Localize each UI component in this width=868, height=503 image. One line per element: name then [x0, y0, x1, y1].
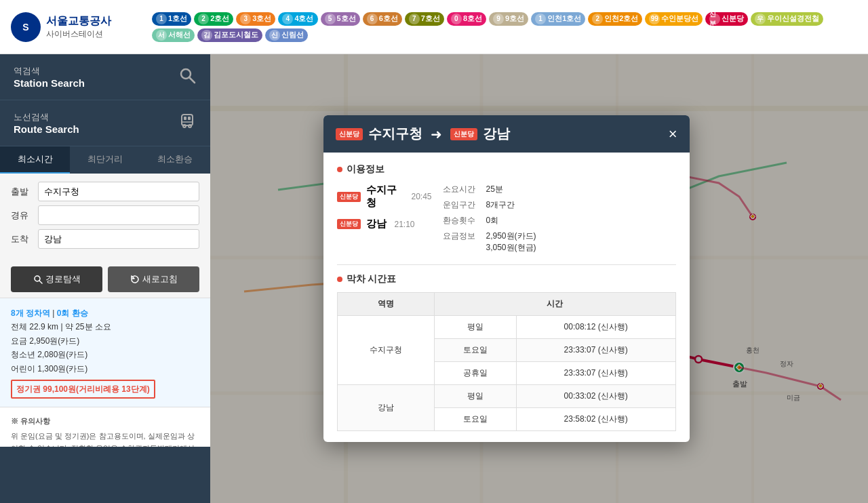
arrival-label: 도착: [11, 233, 33, 245]
arrow-icon: ➜: [431, 126, 442, 142]
line-badge-인천2호선[interactable]: 2인천2호선: [588, 12, 642, 26]
to-line-badge: 신분당: [450, 128, 477, 140]
info-grid: 신분당 수지구청 20:45 신분당 강남 21:10 소요시간 25분: [337, 184, 676, 254]
svg-rect-5: [184, 117, 186, 120]
sidebar-nav: 역검색 Station Search 노선검색 Route Search: [0, 54, 210, 146]
company-name: 서울교통공사 사이버스테이션: [46, 14, 111, 40]
via-label: 경유: [11, 209, 33, 222]
line-badge-1호선[interactable]: 11호선: [152, 12, 191, 26]
notice-area: ※ 유의사항 위 운임(요금 및 정기권)은 참고용도이며, 실제운임과 상이할…: [0, 407, 210, 447]
line-badge-5호선[interactable]: 55호선: [321, 12, 360, 26]
fare-section-value: 8개구간: [486, 199, 676, 211]
search-btn-icon: [33, 275, 43, 284]
line-tabs: 11호선22호선33호선44호선55호선66호선77호선08호선99호선1인천1…: [146, 12, 857, 42]
line-badge-6호선[interactable]: 66호선: [363, 12, 402, 26]
from-station-name: 수지구청: [368, 125, 422, 143]
departure-input[interactable]: [38, 182, 199, 201]
fare-label: 요금정보: [443, 230, 475, 242]
travel-time-label: 소요시간: [443, 184, 475, 195]
from-stn-name: 수지구청: [366, 184, 403, 209]
line-badge-신림선[interactable]: 신신림선: [265, 28, 308, 42]
to-stn-name: 강남: [366, 218, 387, 230]
arrival-row: 도착: [11, 229, 199, 249]
modal-header: 신분당 수지구청 ➜ 신분당 강남 ×: [323, 115, 690, 153]
route-tabs: 최소시간최단거리최소환승: [0, 146, 210, 174]
route-tab-2[interactable]: 최소환승: [140, 146, 210, 174]
route-tab-0[interactable]: 최소시간: [0, 146, 70, 174]
search-icon: [178, 66, 197, 89]
form-area: 출발 경유 도착: [0, 174, 210, 261]
header: S 서울교통공사 사이버스테이션 11호선22호선33호선44호선55호선66호…: [0, 0, 868, 54]
to-stn-time: 21:10: [395, 220, 415, 229]
modal-body[interactable]: 이용정보 신분당 수지구청 20:45 신분당 강남 21:10: [323, 153, 690, 442]
last-train-dot: [337, 277, 342, 282]
svg-text:S: S: [22, 22, 28, 33]
route-tab-1[interactable]: 최단거리: [70, 146, 140, 174]
result-info: 8개 정차역 | 0회 환승 전체 22.9 km | 약 25분 소요 요금 …: [0, 298, 210, 407]
svg-rect-6: [188, 117, 191, 120]
fare-section-label: 운임구간: [443, 199, 475, 211]
table-row: 강남평일00:33:02 (신사행): [337, 385, 675, 408]
line-badge-2호선[interactable]: 22호선: [194, 12, 233, 26]
line-badge-김포도시철도[interactable]: 김김포도시철도: [197, 28, 262, 42]
line-badge-서해선[interactable]: 서서해선: [152, 28, 195, 42]
line-badge-8호선[interactable]: 08호선: [447, 12, 486, 26]
to-station-name: 강남: [483, 125, 510, 143]
arrival-input[interactable]: [38, 229, 199, 249]
last-train-table: 역명 시간 수지구청평일00:08:12 (신사행)토요일23:33:07 (신…: [337, 292, 676, 431]
via-input[interactable]: [38, 205, 199, 225]
departure-row: 출발: [11, 182, 199, 201]
station-list: 신분당 수지구청 20:45 신분당 강남 21:10: [337, 184, 432, 254]
main-container: 역검색 Station Search 노선검색 Route Search: [0, 54, 868, 503]
svg-line-3: [189, 77, 195, 83]
result-scroll[interactable]: 8개 정차역 | 0회 환승 전체 22.9 km | 약 25분 소요 요금 …: [0, 298, 210, 447]
sidebar-item-route-search[interactable]: 노선검색 Route Search: [0, 100, 210, 146]
transfers-label: 환승횟수: [443, 215, 475, 226]
search-button[interactable]: 경로탐색: [11, 266, 102, 292]
map-area: 도착 출발 양재 양재시민의숲 청계산입구 판교 홍천 정자 미금: [210, 54, 868, 503]
action-buttons: 경로탐색 새로고침: [0, 261, 210, 298]
sidebar: 역검색 Station Search 노선검색 Route Search: [0, 54, 210, 503]
line-badge-3호선[interactable]: 33호선: [236, 12, 275, 26]
sidebar-item-station-search[interactable]: 역검색 Station Search: [0, 54, 210, 100]
to-station-row: 신분당 강남 21:10: [337, 218, 432, 230]
col-station: 역명: [337, 293, 435, 316]
transfers-value: 0회: [486, 215, 676, 226]
reset-button[interactable]: 새로고침: [108, 266, 199, 292]
info-dot: [337, 167, 342, 172]
line-badge-인천1호선[interactable]: 1인천1호선: [531, 12, 585, 26]
logo-area: S 서울교통공사 사이버스테이션: [11, 12, 146, 42]
table-row: 수지구청평일00:08:12 (신사행): [337, 316, 675, 339]
line-badge-신분당[interactable]: 신분신분당: [705, 12, 748, 26]
from-stn-time: 20:45: [411, 192, 431, 201]
info-right: 소요시간 25분 운임구간 8개구간 환승횟수 0회 요금정보 2,950원(카…: [443, 184, 676, 254]
line-badge-수인분당선[interactable]: 99수인분당선: [645, 12, 703, 26]
via-row: 경유: [11, 205, 199, 225]
line-badge-9호선[interactable]: 99호선: [489, 12, 528, 26]
reset-icon: [130, 275, 140, 284]
train-icon: [178, 112, 197, 135]
from-stn-badge: 신분당: [337, 192, 361, 202]
svg-rect-4: [182, 115, 193, 125]
line-badge-우이신설경전철[interactable]: 우우이신설경전철: [751, 12, 823, 26]
section-divider: [337, 264, 676, 265]
last-train-section-title: 막차 시간표: [337, 273, 676, 285]
line-badge-7호선[interactable]: 77호선: [405, 12, 444, 26]
from-line-badge: 신분당: [336, 128, 363, 140]
travel-time-value: 25분: [486, 184, 676, 195]
line-badge-4호선[interactable]: 44호선: [278, 12, 317, 26]
modal-close-button[interactable]: ×: [669, 127, 677, 142]
route-detail-modal: 신분당 수지구청 ➜ 신분당 강남 × 이용정보 신분당 수지구청: [323, 115, 690, 442]
from-station-row: 신분당 수지구청 20:45: [337, 184, 432, 209]
to-stn-badge: 신분당: [337, 219, 361, 229]
fare-value: 2,950원(카드) 3,050원(현금): [486, 230, 676, 254]
svg-line-12: [39, 281, 42, 283]
departure-label: 출발: [11, 186, 33, 198]
info-section-title: 이용정보: [337, 163, 676, 176]
logo-icon: S: [11, 12, 41, 42]
col-time: 시간: [435, 293, 675, 316]
